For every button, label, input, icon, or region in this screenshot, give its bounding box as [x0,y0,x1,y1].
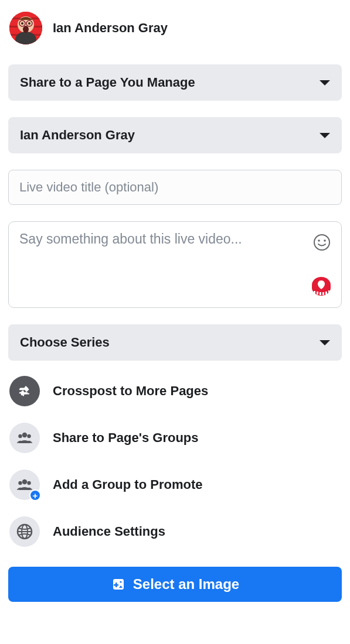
svg-point-10 [23,26,29,33]
share-target-dropdown[interactable]: Share to a Page You Manage [8,64,342,101]
series-dropdown[interactable]: Choose Series [8,324,342,361]
crosspost-icon [9,376,40,406]
page-dropdown[interactable]: Ian Anderson Gray [8,117,342,153]
svg-point-25 [22,479,27,484]
crosspost-label: Crosspost to More Pages [53,383,208,399]
profile-header: Ian Anderson Gray [8,8,342,64]
svg-point-22 [22,433,27,437]
add-group-option[interactable]: Add a Group to Promote [8,461,342,508]
svg-rect-21 [328,290,329,293]
svg-rect-20 [325,292,327,294]
add-group-label: Add a Group to Promote [53,477,202,492]
svg-point-13 [324,239,326,242]
audience-settings-option[interactable]: Audience Settings [8,508,342,555]
svg-point-11 [314,235,329,250]
donate-coin-icon[interactable] [311,276,332,297]
chevron-down-icon [320,340,330,345]
share-target-label: Share to a Page You Manage [20,75,195,90]
description-box [8,221,342,308]
svg-point-27 [27,481,30,485]
profile-name: Ian Anderson Gray [53,20,168,36]
groups-icon [9,423,40,453]
globe-icon [9,516,40,547]
chevron-down-icon [320,80,330,85]
svg-point-24 [27,434,30,438]
share-groups-label: Share to Page's Groups [53,430,199,446]
add-group-icon [9,470,40,500]
crosspost-option[interactable]: Crosspost to More Pages [8,368,342,415]
svg-rect-33 [114,584,118,586]
select-image-label: Select an Image [133,576,239,592]
series-dropdown-label: Choose Series [20,335,110,350]
svg-point-12 [318,239,320,242]
svg-point-26 [18,481,22,485]
share-groups-option[interactable]: Share to Page's Groups [8,415,342,461]
options-list: Crosspost to More Pages Share to Page's … [8,368,342,555]
chevron-down-icon [320,133,330,138]
svg-rect-19 [322,292,324,295]
image-plus-icon [111,577,126,592]
emoji-icon[interactable] [313,234,331,251]
page-dropdown-label: Ian Anderson Gray [20,128,135,143]
svg-point-8 [21,22,23,25]
svg-rect-16 [314,291,315,294]
svg-rect-17 [317,292,318,294]
live-title-input[interactable] [8,170,342,205]
audience-label: Audience Settings [53,524,165,539]
plus-badge-icon [29,489,41,501]
svg-rect-18 [320,292,321,295]
select-image-button[interactable]: Select an Image [8,567,342,602]
avatar [9,12,42,44]
svg-point-9 [28,22,30,25]
svg-point-34 [120,581,121,583]
description-input[interactable] [19,231,304,266]
svg-point-23 [18,434,22,438]
